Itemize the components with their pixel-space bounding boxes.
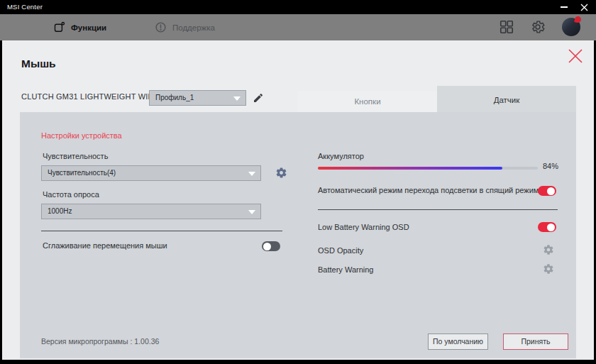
grid-icon [499, 19, 514, 35]
battery-percent: 84% [543, 162, 558, 170]
pencil-icon [253, 92, 264, 104]
minimize-button[interactable] [555, 0, 573, 14]
sensitivity-select[interactable]: Чувствительность(4) [41, 165, 261, 181]
default-button[interactable]: По умолчанию [428, 333, 488, 350]
chevron-down-icon [248, 172, 255, 176]
sensitivity-label: Чувствительность [43, 152, 108, 160]
chevron-down-icon [248, 210, 255, 214]
tab-buttons[interactable]: Кнопки [298, 91, 437, 112]
minimize-icon [561, 6, 568, 8]
battery-progressbar [318, 167, 538, 170]
nav-label-functions: Функции [71, 23, 106, 32]
profile-select[interactable]: Профиль_1 [149, 90, 246, 106]
auto-sleep-label: Автоматический режим перехода подсветки … [318, 186, 539, 194]
profile-select-value: Профиль_1 [155, 91, 194, 105]
sensor-panel: Настройки устройства Чувствительность Чу… [20, 112, 576, 358]
osd-opacity-label: OSD Opacity [318, 246, 363, 255]
user-avatar[interactable] [562, 18, 580, 36]
section-title: Настройки устройства [41, 131, 122, 140]
toggle-knob [263, 243, 271, 250]
close-x-icon [565, 46, 585, 66]
tab-sensor[interactable]: Датчик [437, 86, 576, 112]
page-title: Мышь [21, 57, 56, 70]
nav-item-functions[interactable]: Функции [53, 14, 106, 40]
osd-opacity-settings-button[interactable] [543, 244, 555, 256]
low-battery-osd-toggle[interactable] [538, 222, 556, 232]
gear-icon [530, 19, 546, 35]
battery-warning-settings-button[interactable] [543, 263, 555, 275]
left-divider [41, 231, 282, 231]
titlebar: MSI Center [0, 0, 596, 14]
battery-warning-label: Battery Warning [318, 265, 373, 274]
polling-rate-select-value: 1000Hz [48, 204, 72, 219]
navbar: Функции Поддержка [0, 14, 596, 40]
sensitivity-select-value: Чувствительность(4) [48, 166, 116, 180]
support-icon [155, 21, 167, 33]
settings-button[interactable] [530, 19, 546, 35]
chevron-down-icon [233, 96, 241, 101]
gear-icon [543, 263, 554, 275]
auto-sleep-toggle[interactable] [538, 186, 556, 196]
smoothing-label: Сглаживание перемещения мыши [43, 241, 167, 250]
smoothing-toggle[interactable] [262, 241, 280, 251]
firmware-version: Версия микропрограммы : 1.00.36 [41, 337, 159, 346]
app-title: MSI Center [7, 0, 43, 14]
battery-label: Аккумулятор [318, 152, 364, 160]
functions-icon [53, 21, 65, 33]
nav-label-support: Поддержка [172, 23, 215, 32]
gear-icon [543, 244, 554, 255]
low-battery-osd-label: Low Battery Warning OSD [318, 223, 409, 231]
toggle-knob [547, 224, 555, 231]
panel-close-button[interactable] [565, 46, 585, 66]
gear-icon [275, 167, 287, 179]
edit-profile-button[interactable] [253, 92, 264, 104]
polling-rate-select[interactable]: 1000Hz [41, 204, 261, 219]
apps-grid-button[interactable] [499, 19, 514, 35]
sensitivity-settings-button[interactable] [275, 167, 287, 179]
apply-button[interactable]: Принять [503, 333, 568, 350]
close-icon [580, 4, 588, 11]
toggle-knob [547, 187, 555, 195]
nav-item-support[interactable]: Поддержка [155, 14, 215, 40]
right-divider [318, 209, 558, 210]
main-content: Мышь CLUTCH GM31 LIGHTWEIGHT WIRELESS Пр… [2, 40, 594, 360]
polling-rate-label: Частота опроса [43, 190, 99, 199]
msi-center-window: MSI Center Функции Поддержка [0, 0, 596, 364]
battery-progress-fill [318, 167, 502, 170]
window-close-button[interactable] [575, 0, 593, 14]
